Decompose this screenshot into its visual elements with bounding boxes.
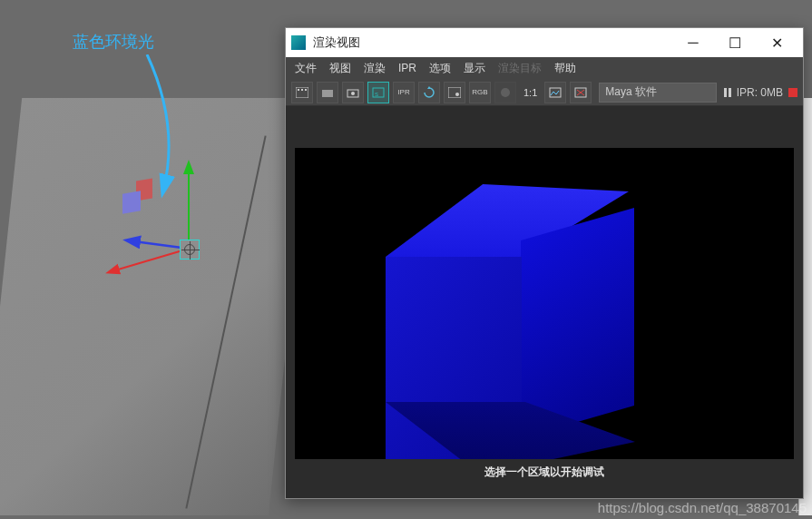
alpha-channel-button[interactable] — [494, 82, 516, 103]
window-title: 渲染视图 — [313, 34, 360, 51]
menu-ipr[interactable]: IPR — [398, 62, 416, 74]
zoom-ratio[interactable]: 1:1 — [520, 87, 541, 98]
close-button[interactable]: ✕ — [756, 29, 797, 56]
toolbar: S IPR RGB 1:1 Maya 软件 IPR: 0MB — [286, 79, 803, 106]
svg-text:S: S — [375, 92, 378, 97]
sun-icon — [184, 244, 195, 255]
svg-rect-0 — [296, 87, 308, 98]
ipr-render-button[interactable]: S — [367, 82, 389, 103]
render-canvas-area: 选择一个区域以开始调试 — [286, 106, 803, 498]
menu-display[interactable]: 显示 — [464, 61, 485, 76]
render-frame-button[interactable] — [291, 82, 313, 103]
ipr-refresh-button[interactable] — [418, 82, 440, 103]
svg-rect-3 — [305, 89, 307, 91]
axis-arrows[interactable] — [91, 145, 236, 290]
svg-rect-12 — [550, 88, 561, 97]
svg-point-10 — [455, 93, 459, 96]
ipr-memory-label: IPR: 0MB — [737, 86, 783, 99]
minimize-button[interactable]: ─ — [672, 29, 714, 56]
render-sequence-button[interactable] — [317, 82, 338, 103]
renderer-dropdown[interactable]: Maya 软件 — [599, 83, 717, 103]
titlebar[interactable]: 渲染视图 ─ ☐ ✕ — [286, 28, 803, 57]
menu-options[interactable]: 选项 — [429, 61, 451, 76]
snapshot-button[interactable] — [342, 82, 364, 103]
menu-render[interactable]: 渲染 — [364, 61, 386, 76]
render-settings-button[interactable] — [444, 82, 465, 103]
axis-x-red — [109, 249, 189, 272]
ipr-pause-icon[interactable] — [724, 88, 731, 97]
svg-rect-9 — [448, 87, 461, 98]
viewport-gizmo[interactable] — [91, 145, 236, 290]
status-hint: 选择一个区域以开始调试 — [295, 459, 794, 489]
svg-point-6 — [351, 92, 355, 95]
display-image-button[interactable] — [544, 82, 566, 103]
rendered-cube-right — [521, 208, 634, 438]
menu-help[interactable]: 帮助 — [554, 61, 576, 76]
ipr-stop-icon[interactable] — [788, 88, 797, 97]
maya-logo-icon — [291, 35, 306, 50]
ipr-region-button[interactable]: IPR — [393, 82, 415, 103]
remove-image-button[interactable] — [570, 82, 592, 103]
ipr-status: IPR: 0MB — [724, 86, 797, 99]
svg-rect-4 — [322, 90, 333, 97]
annotation-blue-ambient-light: 蓝色环境光 — [73, 31, 154, 53]
maximize-button[interactable]: ☐ — [714, 29, 756, 56]
menu-file[interactable]: 文件 — [295, 61, 317, 76]
render-view-window: 渲染视图 ─ ☐ ✕ 文件 视图 渲染 IPR 选项 显示 渲染目标 帮助 S … — [285, 27, 804, 499]
menu-view[interactable]: 视图 — [329, 61, 351, 76]
ambient-light-icon[interactable] — [180, 240, 200, 260]
renderer-selected: Maya 软件 — [605, 84, 657, 100]
menu-render-target: 渲染目标 — [498, 61, 542, 76]
render-canvas[interactable] — [295, 148, 794, 459]
rgb-channel-button[interactable]: RGB — [469, 82, 491, 103]
svg-point-11 — [501, 88, 510, 97]
menu-bar: 文件 视图 渲染 IPR 选项 显示 渲染目标 帮助 — [286, 57, 803, 79]
svg-rect-2 — [301, 89, 303, 91]
watermark: https://blog.csdn.net/qq_38870145 — [598, 500, 807, 515]
svg-rect-1 — [298, 89, 299, 91]
